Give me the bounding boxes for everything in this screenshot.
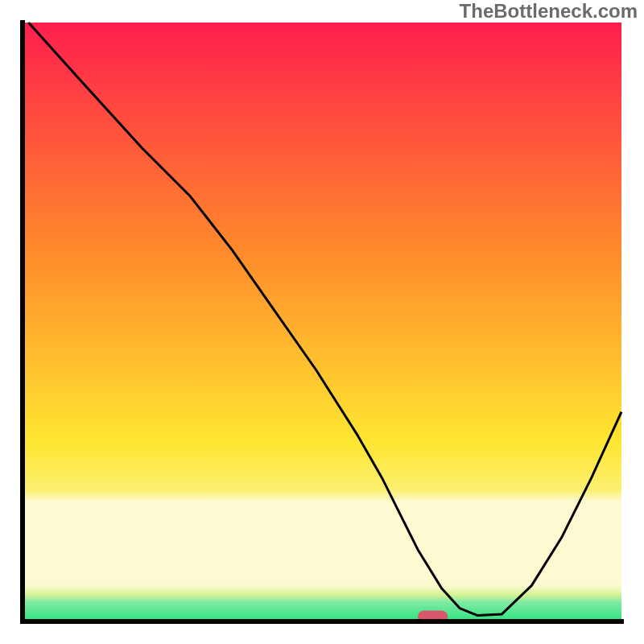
gradient-background <box>23 23 621 621</box>
attribution-label: TheBottleneck.com <box>460 0 638 22</box>
bottleneck-chart: TheBottleneck.com <box>0 0 644 644</box>
